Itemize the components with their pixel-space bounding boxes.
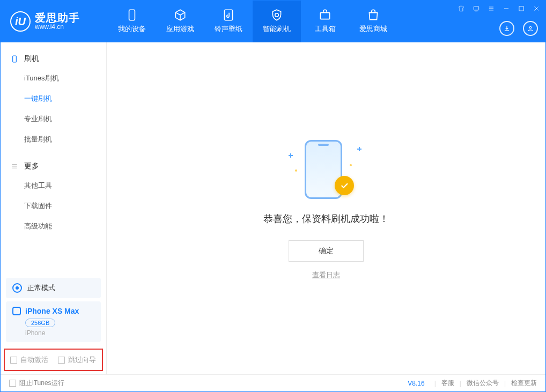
footer-update-link[interactable]: 检查更新 <box>511 379 537 388</box>
bag-icon <box>366 9 380 21</box>
menu-icon[interactable] <box>486 4 496 13</box>
nav-smart-flash[interactable]: 智能刷机 <box>253 1 301 42</box>
version-label: V8.16 <box>408 380 424 387</box>
window-controls <box>456 4 541 13</box>
nav-label: 应用游戏 <box>166 24 194 34</box>
account-button[interactable] <box>523 21 538 36</box>
success-message: 恭喜您，保资料刷机成功啦！ <box>263 212 389 225</box>
cube-icon <box>173 9 187 21</box>
header: iU 爱思助手 www.i4.cn 我的设备 应用游戏 铃声壁纸 智能刷机 <box>1 1 545 42</box>
checkbox-auto-activate[interactable]: 自动激活 <box>10 355 48 365</box>
sidebar-item-batch-flash[interactable]: 批量刷机 <box>1 129 106 150</box>
svg-rect-3 <box>474 6 478 10</box>
sidebar-item-advanced[interactable]: 高级功能 <box>1 216 106 236</box>
highlighted-options: 自动激活 跳过向导 <box>4 349 103 371</box>
svg-point-5 <box>529 27 532 29</box>
dot-icon <box>295 169 297 172</box>
view-log-link[interactable]: 查看日志 <box>312 270 340 280</box>
dot-icon <box>350 164 352 166</box>
checkbox-block-itunes[interactable]: 阻止iTunes运行 <box>9 379 64 388</box>
svg-rect-6 <box>13 56 17 62</box>
footer: 阻止iTunes运行 V8.16 | 客服 | 微信公众号 | 检查更新 <box>1 374 545 391</box>
nav-my-device[interactable]: 我的设备 <box>108 1 156 42</box>
nav-label: 爱思商城 <box>359 24 387 34</box>
footer-wechat-link[interactable]: 微信公众号 <box>467 379 499 388</box>
nav-label: 铃声壁纸 <box>215 24 242 34</box>
checkbox-skip-guide[interactable]: 跳过向导 <box>58 355 96 365</box>
footer-support-link[interactable]: 客服 <box>441 379 454 388</box>
mode-box[interactable]: 正常模式 <box>6 278 101 298</box>
music-file-icon <box>222 9 235 21</box>
skin-icon[interactable] <box>456 4 466 13</box>
download-button[interactable] <box>499 21 514 36</box>
checkbox-label: 阻止iTunes运行 <box>19 379 64 388</box>
app-window: iU 爱思助手 www.i4.cn 我的设备 应用游戏 铃声壁纸 智能刷机 <box>0 0 546 392</box>
device-name: iPhone XS Max <box>25 307 79 315</box>
nav-toolbox[interactable]: 工具箱 <box>301 1 349 42</box>
device-icon <box>12 307 21 315</box>
sidebar-item-oneclick-flash[interactable]: 一键刷机 <box>1 88 106 109</box>
ok-button[interactable]: 确定 <box>289 240 364 262</box>
sidebar-item-pro-flash[interactable]: 专业刷机 <box>1 109 106 129</box>
sidebar-section-more: 更多 <box>1 155 106 175</box>
section-title: 更多 <box>24 161 39 171</box>
toolbox-icon <box>318 9 332 21</box>
nav-label: 工具箱 <box>315 24 336 34</box>
section-title: 刷机 <box>24 54 39 64</box>
sidebar-section-flash: 刷机 <box>1 48 106 68</box>
checkmark-badge-icon <box>335 176 354 195</box>
nav-label: 智能刷机 <box>263 24 291 34</box>
body: 刷机 iTunes刷机 一键刷机 专业刷机 批量刷机 更多 其他工具 下载固件 … <box>1 42 545 374</box>
sparkle-icon <box>289 153 293 158</box>
minimize-button[interactable] <box>501 4 511 13</box>
svg-rect-1 <box>224 10 232 20</box>
svg-rect-0 <box>129 10 135 20</box>
nav-store[interactable]: 爱思商城 <box>349 1 397 42</box>
checkbox-label: 自动激活 <box>20 355 48 365</box>
feedback-icon[interactable] <box>471 4 481 13</box>
sparkle-icon <box>357 147 361 151</box>
refresh-shield-icon <box>270 9 284 21</box>
success-illustration <box>294 137 358 202</box>
phone-icon <box>10 55 19 63</box>
sidebar-item-download-firmware[interactable]: 下载固件 <box>1 196 106 216</box>
header-right-buttons <box>499 21 538 36</box>
svg-rect-2 <box>320 13 329 19</box>
top-nav: 我的设备 应用游戏 铃声壁纸 智能刷机 工具箱 爱思商城 <box>108 1 397 42</box>
sidebar-item-other-tools[interactable]: 其他工具 <box>1 175 106 196</box>
mode-label: 正常模式 <box>27 283 55 293</box>
list-icon <box>10 162 19 171</box>
nav-label: 我的设备 <box>118 24 146 34</box>
nav-ringtone-wallpaper[interactable]: 铃声壁纸 <box>204 1 253 42</box>
sidebar-item-itunes-flash[interactable]: iTunes刷机 <box>1 68 106 88</box>
mode-icon <box>12 283 22 293</box>
device-icon <box>125 9 139 21</box>
close-button[interactable] <box>532 4 541 13</box>
app-name: 爱思助手 <box>35 12 80 24</box>
maximize-button[interactable] <box>517 4 526 13</box>
svg-rect-4 <box>519 6 523 11</box>
logo-block: iU 爱思助手 www.i4.cn <box>1 1 108 42</box>
device-box[interactable]: iPhone XS Max 256GB iPhone <box>6 301 101 342</box>
main-content: 恭喜您，保资料刷机成功啦！ 确定 查看日志 <box>107 42 545 374</box>
sidebar: 刷机 iTunes刷机 一键刷机 专业刷机 批量刷机 更多 其他工具 下载固件 … <box>1 42 107 374</box>
device-capacity: 256GB <box>25 319 55 327</box>
nav-apps-games[interactable]: 应用游戏 <box>156 1 204 42</box>
checkbox-label: 跳过向导 <box>68 355 96 365</box>
device-type: iPhone <box>25 329 94 337</box>
app-url: www.i4.cn <box>35 24 80 31</box>
logo-icon: iU <box>10 11 31 32</box>
